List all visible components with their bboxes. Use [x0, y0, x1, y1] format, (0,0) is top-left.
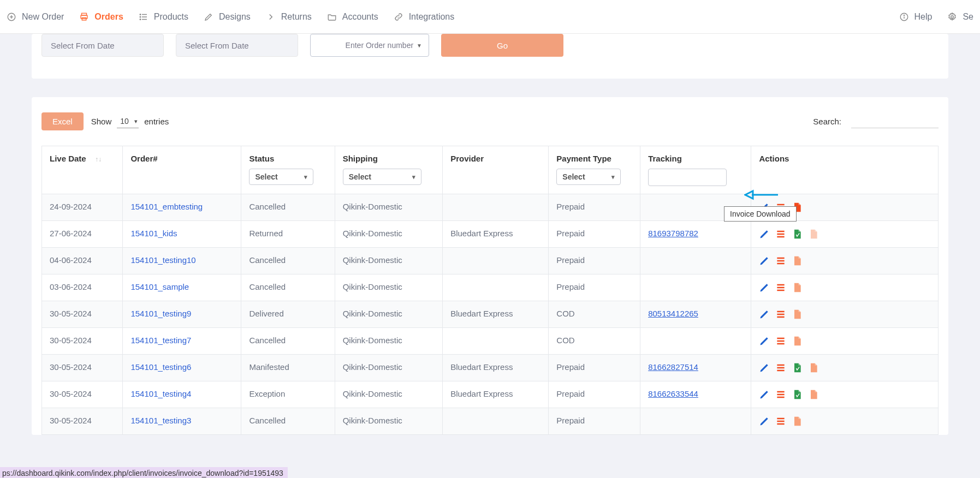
- field-label: Select From Date: [185, 41, 249, 50]
- chevron-down-icon: ▾: [304, 174, 307, 181]
- excel-button[interactable]: Excel: [41, 112, 84, 130]
- invoice-download-icon[interactable]: [808, 362, 819, 373]
- menu-icon[interactable]: [775, 309, 786, 320]
- invoice-download-icon[interactable]: [792, 336, 803, 346]
- edit-icon[interactable]: [759, 362, 770, 373]
- pdf-icon[interactable]: [792, 362, 803, 373]
- search-label: Search:: [813, 117, 841, 126]
- menu-icon[interactable]: [775, 229, 786, 240]
- pdf-icon[interactable]: [792, 229, 803, 240]
- nav-returns[interactable]: Returns: [266, 12, 312, 22]
- col-provider[interactable]: Provider: [450, 154, 484, 163]
- menu-icon[interactable]: [775, 336, 786, 346]
- invoice-download-icon[interactable]: [808, 389, 819, 400]
- tracking-filter-input[interactable]: [648, 169, 727, 186]
- go-button[interactable]: Go: [441, 34, 563, 57]
- invoice-download-icon[interactable]: [792, 416, 803, 427]
- info-icon: [899, 12, 909, 22]
- actions-cell: [759, 389, 930, 400]
- from-date-field[interactable]: Select From Date: [41, 34, 164, 57]
- cell-shipping: Qikink-Domestic: [335, 355, 443, 381]
- entries-select[interactable]: 10: [117, 115, 139, 128]
- cell-provider: [443, 328, 549, 355]
- actions-cell: [759, 336, 930, 346]
- col-order[interactable]: Order#: [130, 154, 157, 163]
- order-link[interactable]: 154101_testing3: [130, 416, 191, 425]
- col-shipping[interactable]: Shipping: [343, 154, 435, 163]
- order-link[interactable]: 154101_kids: [130, 229, 177, 238]
- edit-icon[interactable]: [759, 389, 770, 400]
- cell-status: Cancelled: [241, 274, 335, 301]
- tracking-link[interactable]: 80513412265: [648, 309, 698, 318]
- invoice-download-icon[interactable]: [792, 255, 803, 266]
- nav-products[interactable]: Products: [139, 12, 188, 22]
- nav-accounts[interactable]: Accounts: [327, 12, 378, 22]
- svg-rect-5: [82, 17, 87, 20]
- menu-icon[interactable]: [775, 416, 786, 427]
- chevron-down-icon: ▾: [412, 174, 415, 181]
- table-row: 30-05-2024154101_testing9DeliveredQikink…: [42, 301, 939, 328]
- nav-integrations[interactable]: Integrations: [394, 12, 455, 22]
- order-link[interactable]: 154101_testing6: [130, 362, 191, 372]
- order-link[interactable]: 154101_testing9: [130, 309, 191, 318]
- nav-new-order[interactable]: New Order: [7, 12, 64, 22]
- to-date-field[interactable]: Select From Date: [176, 34, 298, 57]
- cell-live-date: 30-05-2024: [42, 328, 123, 355]
- cell-status: Cancelled: [241, 328, 335, 355]
- cell-live-date: 30-05-2024: [42, 355, 123, 381]
- edit-icon[interactable]: [759, 309, 770, 320]
- cell-payment: Prepaid: [549, 221, 640, 248]
- order-link[interactable]: 154101_sample: [130, 282, 189, 291]
- search-input[interactable]: [851, 115, 939, 128]
- cell-payment: COD: [549, 328, 640, 355]
- svg-point-10: [140, 16, 141, 17]
- cell-payment: Prepaid: [549, 408, 640, 435]
- invoice-download-icon[interactable]: [792, 309, 803, 320]
- nav-label: Help: [914, 12, 933, 22]
- col-actions: Actions: [759, 154, 789, 163]
- col-payment-type[interactable]: Payment Type: [556, 154, 632, 163]
- cell-shipping: Qikink-Domestic: [335, 194, 443, 221]
- shipping-filter-select[interactable]: Select ▾: [343, 169, 421, 185]
- status-filter-select[interactable]: Select ▾: [249, 169, 313, 185]
- menu-icon[interactable]: [775, 282, 786, 293]
- order-number-search[interactable]: Enter Order number ▼: [310, 34, 429, 57]
- nav-help[interactable]: Help: [899, 12, 933, 22]
- svg-point-9: [140, 14, 141, 15]
- edit-icon[interactable]: [759, 282, 770, 293]
- nav-designs[interactable]: Designs: [204, 12, 251, 22]
- edit-icon[interactable]: [759, 416, 770, 427]
- invoice-download-icon[interactable]: [808, 229, 819, 240]
- menu-icon[interactable]: [775, 255, 786, 266]
- cell-provider: Bluedart Express: [443, 221, 549, 248]
- show-label: Show: [91, 117, 112, 126]
- order-link[interactable]: 154101_testing4: [130, 389, 191, 398]
- cell-status: Delivered: [241, 301, 335, 328]
- dropdown-triangle-icon: ▼: [417, 43, 422, 49]
- nav-label: Accounts: [342, 12, 378, 22]
- edit-icon[interactable]: [759, 255, 770, 266]
- actions-cell: [759, 416, 930, 427]
- order-link[interactable]: 154101_testing10: [130, 255, 195, 265]
- nav-label: New Order: [22, 12, 64, 22]
- edit-icon[interactable]: [759, 336, 770, 346]
- tracking-link[interactable]: 81662827514: [648, 362, 698, 372]
- menu-icon[interactable]: [775, 362, 786, 373]
- col-tracking[interactable]: Tracking: [648, 154, 743, 163]
- pdf-icon[interactable]: [792, 389, 803, 400]
- svg-point-15: [951, 15, 954, 18]
- order-link[interactable]: 154101_embtesting: [130, 202, 203, 211]
- invoice-download-icon[interactable]: [792, 282, 803, 293]
- nav-orders[interactable]: Orders: [79, 12, 123, 22]
- order-link[interactable]: 154101_testing7: [130, 336, 191, 345]
- cell-live-date: 24-09-2024: [42, 194, 123, 221]
- payment-filter-select[interactable]: Select ▾: [556, 169, 621, 185]
- col-status[interactable]: Status: [249, 154, 326, 163]
- col-live-date[interactable]: Live Date: [50, 154, 86, 163]
- menu-icon[interactable]: [775, 389, 786, 400]
- tracking-link[interactable]: 81662633544: [648, 389, 698, 398]
- cell-provider: [443, 274, 549, 301]
- tracking-link[interactable]: 81693798782: [648, 229, 698, 238]
- edit-icon[interactable]: [759, 229, 770, 240]
- nav-settings[interactable]: Se: [947, 12, 973, 22]
